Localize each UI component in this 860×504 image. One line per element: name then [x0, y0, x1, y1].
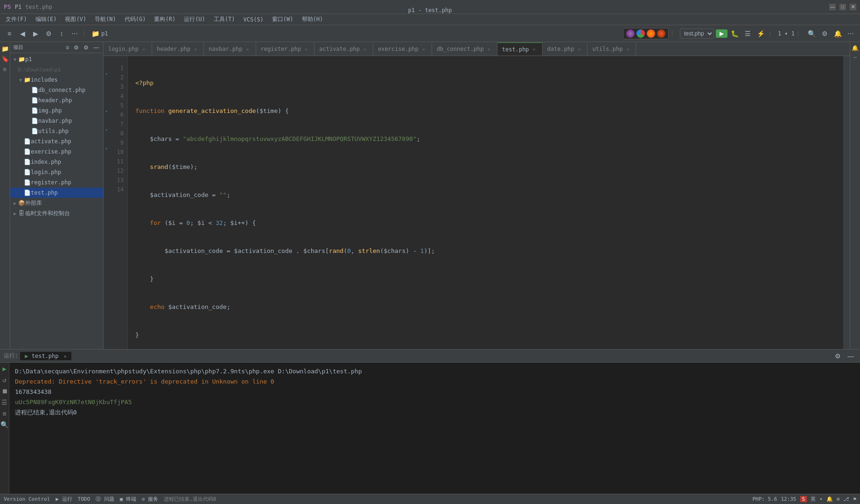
- menu-tools[interactable]: 工具(T): [210, 14, 239, 24]
- menu-help[interactable]: 帮助(H): [298, 14, 327, 24]
- menu-navigate[interactable]: 导航(N): [91, 14, 120, 24]
- tab-close-activate[interactable]: ✕: [362, 46, 368, 52]
- terminal-run-icon[interactable]: ▶: [0, 364, 9, 373]
- project-tool-icon[interactable]: 📁: [0, 44, 10, 53]
- tree-item-exercise[interactable]: 📄 exercise.php: [10, 147, 103, 157]
- code-editor[interactable]: ▾ ▾ ▾ ▾ 1 2 3: [104, 56, 850, 349]
- notifications-button[interactable]: 🔔: [832, 28, 843, 39]
- code-content[interactable]: <?php function generate_activation_code(…: [128, 56, 843, 349]
- run-status-btn[interactable]: ▶ 运行: [56, 496, 72, 503]
- search-everywhere-button[interactable]: 🔍: [806, 28, 817, 39]
- tree-item-test[interactable]: 📄 test.php: [10, 188, 103, 198]
- menu-view[interactable]: 视图(V): [61, 14, 90, 24]
- tree-item-login[interactable]: 📄 login.php: [10, 167, 103, 177]
- tab-login[interactable]: login.php ✕: [104, 42, 152, 56]
- tab-close-db-connect[interactable]: ✕: [486, 46, 492, 52]
- line-count-label[interactable]: 1 ▾ 1: [778, 30, 795, 37]
- todo-btn[interactable]: TODO: [78, 496, 91, 502]
- version-control-btn[interactable]: Version Control: [4, 496, 50, 502]
- terminal-settings-btn[interactable]: ⚙: [832, 350, 843, 362]
- phpstorm-icon[interactable]: [626, 29, 635, 38]
- panel-gear-btn[interactable]: ⚙: [72, 44, 80, 51]
- tree-item-index[interactable]: 📄 index.php: [10, 157, 103, 167]
- toolbar-more[interactable]: ⋯: [69, 28, 80, 39]
- tab-close-register[interactable]: ✕: [303, 46, 309, 52]
- tab-close-header[interactable]: ✕: [192, 46, 199, 52]
- tree-item-header[interactable]: 📄 header.php: [10, 95, 103, 105]
- brave-icon[interactable]: [657, 29, 665, 38]
- ime-icon[interactable]: S: [800, 496, 807, 502]
- toolbar-settings[interactable]: ⚙: [43, 28, 54, 39]
- tree-item-includes[interactable]: ▼ 📁 includes: [10, 75, 103, 85]
- menu-refactor[interactable]: 重构(R): [150, 14, 179, 24]
- problem-btn[interactable]: ⓪ 问题: [96, 496, 114, 503]
- menu-edit[interactable]: 编辑(E): [32, 14, 61, 24]
- panel-settings-btn[interactable]: ⚙: [82, 44, 90, 51]
- settings-status-icon[interactable]: ⚙: [837, 496, 840, 502]
- terminal-minimize-btn[interactable]: —: [845, 350, 856, 362]
- coverage-button[interactable]: ☰: [742, 28, 754, 39]
- maximize-button[interactable]: □: [839, 4, 846, 10]
- tab-date[interactable]: date.php ✕: [543, 42, 588, 56]
- settings-button[interactable]: ⚙: [819, 28, 830, 39]
- menu-run[interactable]: 运行(U): [180, 14, 209, 24]
- menu-window[interactable]: 窗口(W): [268, 14, 297, 24]
- notification-icon[interactable]: 🔔: [826, 496, 833, 502]
- tree-item-img[interactable]: 📄 img.php: [10, 105, 103, 116]
- bookmarks-icon[interactable]: 🔖: [0, 54, 10, 63]
- toolbar-back[interactable]: ◀: [17, 28, 28, 39]
- tab-activate[interactable]: activate.php ✕: [315, 42, 373, 56]
- tree-item-navbar[interactable]: 📄 navbar.php: [10, 116, 103, 126]
- right-icon-more[interactable]: ⋯: [851, 53, 860, 62]
- tab-test[interactable]: test.php ✕: [497, 42, 543, 56]
- tab-utils[interactable]: utils.php ✕: [587, 42, 636, 56]
- toolbar-forward[interactable]: ▶: [30, 28, 41, 39]
- menu-file[interactable]: 文件(F): [2, 14, 31, 24]
- debug-button[interactable]: 🐛: [729, 28, 741, 39]
- tab-header[interactable]: header.php ✕: [152, 42, 204, 56]
- terminal-tab-test[interactable]: ▶ test.php ✕: [20, 352, 71, 360]
- right-icon-notifications[interactable]: 🔔: [851, 44, 860, 52]
- close-button[interactable]: ✕: [850, 4, 856, 10]
- menu-vcs[interactable]: VCS(S): [240, 15, 267, 24]
- terminal-btn[interactable]: ▣ 终端: [120, 496, 136, 503]
- minimize-button[interactable]: —: [829, 4, 836, 10]
- tree-item-db-connect[interactable]: 📄 db_connect.php: [10, 85, 103, 95]
- tab-db-connect[interactable]: db_connect.php ✕: [432, 42, 497, 56]
- tree-item-register[interactable]: 📄 register.php: [10, 177, 103, 188]
- tree-item-external-libs[interactable]: ▶ 📦 外部库: [10, 198, 103, 208]
- editor-scrollbar[interactable]: [843, 56, 850, 349]
- tab-register[interactable]: register.php ✕: [256, 42, 315, 56]
- tab-close-navbar[interactable]: ✕: [245, 46, 251, 52]
- terminal-stop-icon[interactable]: ⏹: [0, 387, 9, 395]
- run-button[interactable]: ▶: [716, 29, 727, 38]
- terminal-content[interactable]: D:\Data\secquan\Environment\phpstudy\Ext…: [9, 363, 860, 494]
- terminal-filter-icon[interactable]: 🔍: [0, 420, 9, 429]
- git-icon[interactable]: ⎇: [843, 496, 849, 502]
- project-tree-toggle[interactable]: ≡: [4, 28, 15, 39]
- terminal-list-icon[interactable]: ☰: [0, 398, 9, 406]
- structure-icon[interactable]: ≡: [0, 64, 10, 74]
- tree-item-p1-root[interactable]: ▼ 📁 p1: [10, 54, 103, 64]
- tree-item-utils[interactable]: 📄 utils.php: [10, 126, 103, 136]
- tab-close-date[interactable]: ✕: [576, 46, 582, 52]
- more-actions-button[interactable]: ⋯: [845, 28, 856, 39]
- fold-indicator-6[interactable]: ▾: [105, 109, 108, 114]
- run-config-dropdown[interactable]: test.php: [680, 28, 714, 39]
- menu-code[interactable]: 代码(G): [121, 14, 150, 24]
- tree-item-activate[interactable]: 📄 activate.php: [10, 136, 103, 147]
- terminal-lines-icon[interactable]: ≡: [0, 409, 9, 418]
- terminal-tab-close[interactable]: ✕: [64, 354, 67, 359]
- tab-close-exercise[interactable]: ✕: [420, 46, 427, 52]
- tab-exercise[interactable]: exercise.php ✕: [373, 42, 432, 56]
- php-version-label[interactable]: PHP: 5.6: [752, 496, 777, 502]
- toolbar-collapse[interactable]: ↕: [56, 28, 67, 39]
- encoding-label[interactable]: 英: [811, 496, 816, 503]
- tree-item-temp[interactable]: ▶ 🗄 临时文件和控制台: [10, 208, 103, 218]
- flag-icon[interactable]: ⚑: [853, 496, 856, 502]
- service-btn[interactable]: ⊙ 服务: [142, 496, 158, 503]
- fold-indicator-2[interactable]: ▾: [105, 71, 108, 77]
- tab-close-utils[interactable]: ✕: [624, 46, 631, 52]
- terminal-rerun-icon[interactable]: ↺: [0, 376, 9, 384]
- fold-indicator-8[interactable]: ▾: [105, 127, 108, 133]
